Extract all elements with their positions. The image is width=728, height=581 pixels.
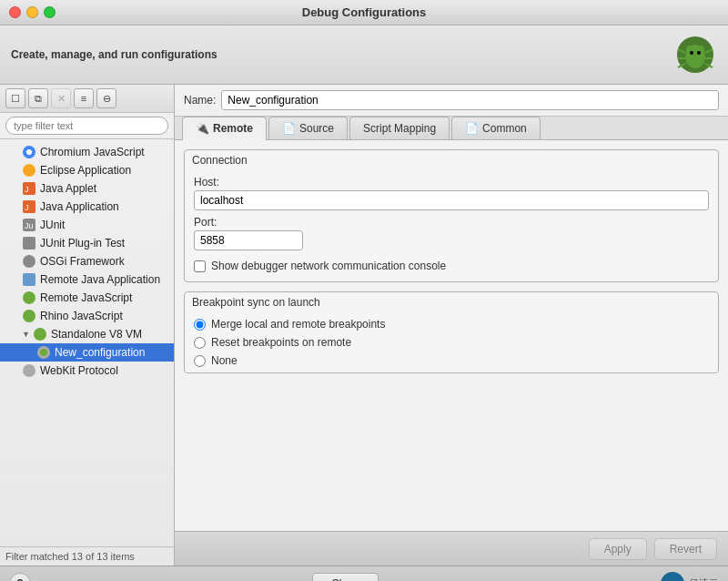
filter-status: Filter matched 13 of 13 items — [0, 546, 174, 566]
brand-text: 亿速云 — [689, 576, 719, 581]
svg-point-13 — [26, 149, 32, 155]
header: Create, manage, and run configurations — [0, 25, 728, 85]
remote-icon: 🔌 — [196, 122, 209, 135]
close-window-button[interactable] — [9, 6, 21, 18]
tree-list: Chromium JavaScript Eclipse Application … — [0, 139, 174, 546]
help-button[interactable]: ? — [9, 573, 31, 582]
osgi-icon — [22, 254, 36, 269]
junit-icon: Ju — [22, 218, 36, 232]
common-icon: 📄 — [465, 122, 479, 135]
radio-reset-input[interactable] — [194, 337, 206, 349]
svg-point-26 — [34, 328, 46, 341]
duplicate-config-button[interactable]: ⧉ — [28, 88, 48, 108]
expand-arrow-v8: ▼ — [22, 330, 31, 339]
tree-item-v8[interactable]: ▼ Standalone V8 VM — [0, 325, 174, 343]
titlebar: Debug Configurations — [0, 0, 728, 25]
svg-point-10 — [690, 51, 693, 55]
show-debugger-checkbox[interactable] — [194, 260, 206, 272]
bottom-bar: Apply Revert — [175, 531, 728, 566]
svg-point-22 — [23, 255, 35, 268]
tree-item-rhino[interactable]: Rhino JavaScript — [0, 307, 174, 325]
svg-point-29 — [23, 364, 35, 377]
apply-button[interactable]: Apply — [589, 538, 647, 560]
tabs-bar: 🔌 Remote 📄 Source Script Mapping 📄 Commo… — [175, 117, 728, 140]
tree-item-chromium[interactable]: Chromium JavaScript — [0, 143, 174, 161]
brand-logo: 云 亿速云 — [660, 571, 719, 582]
java-app-icon: J — [22, 199, 36, 214]
v8-icon — [33, 327, 47, 341]
maximize-window-button[interactable] — [44, 6, 56, 18]
new-config-button[interactable]: ☐ — [5, 88, 25, 108]
connection-section: Connection Host: Port: Show debugger net… — [184, 149, 719, 282]
delete-config-button[interactable]: ✕ — [51, 88, 71, 108]
host-label: Host: — [194, 176, 709, 189]
breakpoint-sync-title: Breakpoint sync on launch — [185, 292, 718, 312]
config-name-input[interactable] — [221, 90, 719, 110]
radio-reset: Reset breakpoints on remote — [194, 336, 709, 349]
rhino-icon — [22, 309, 36, 323]
toolbar: ☐ ⧉ ✕ ≡ ⊖ — [0, 85, 174, 113]
svg-text:J: J — [25, 185, 29, 194]
remote-js-icon — [22, 290, 36, 305]
radio-merge: Merge local and remote breakpoints — [194, 318, 709, 331]
filter-button[interactable]: ≡ — [74, 88, 94, 108]
search-input[interactable] — [5, 117, 168, 135]
tree-item-new-config[interactable]: New_configuration — [0, 343, 174, 362]
svg-rect-23 — [23, 273, 35, 286]
show-debugger-label: Show debugger network communication cons… — [211, 260, 446, 272]
svg-text:J: J — [25, 203, 29, 212]
tree-item-remote-java[interactable]: Remote Java Application — [0, 270, 174, 289]
main-layout: ☐ ⧉ ✕ ≡ ⊖ Chromium JavaScript Eclipse Ap… — [0, 85, 728, 566]
tab-script-mapping[interactable]: Script Mapping — [349, 117, 450, 139]
traffic-lights[interactable] — [9, 6, 56, 18]
tab-content-remote: Connection Host: Port: Show debugger net… — [175, 140, 728, 531]
radio-none-input[interactable] — [194, 355, 206, 367]
new-config-icon — [36, 345, 51, 360]
minimize-window-button[interactable] — [26, 6, 38, 18]
right-panel: Name: 🔌 Remote 📄 Source Script Mapping 📄… — [175, 85, 728, 566]
tab-source[interactable]: 📄 Source — [268, 117, 348, 139]
tree-item-junit-plugin[interactable]: JUnit Plug-in Test — [0, 234, 174, 252]
port-label: Port: — [194, 216, 709, 229]
footer: ? Close 云 亿速云 — [0, 566, 728, 581]
show-debugger-row: Show debugger network communication cons… — [194, 260, 709, 272]
left-panel: ☐ ⧉ ✕ ≡ ⊖ Chromium JavaScript Eclipse Ap… — [0, 85, 175, 566]
brand-icon: 云 — [660, 571, 685, 582]
connection-section-body: Host: Port: Show debugger network commun… — [185, 170, 718, 281]
remote-java-icon — [22, 272, 36, 287]
radio-none: None — [194, 354, 709, 367]
tree-item-java-app[interactable]: J Java Application — [0, 198, 174, 216]
breakpoint-sync-section: Breakpoint sync on launch Merge local an… — [184, 291, 719, 373]
tree-item-junit[interactable]: Ju JUnit — [0, 216, 174, 234]
tree-item-java-applet[interactable]: J Java Applet — [0, 179, 174, 198]
connection-section-title: Connection — [185, 150, 718, 170]
svg-point-24 — [23, 291, 35, 304]
port-input[interactable] — [194, 230, 303, 250]
header-subtitle: Create, manage, and run configurations — [11, 48, 217, 61]
radio-group: Merge local and remote breakpoints Reset… — [185, 312, 718, 372]
collapse-all-button[interactable]: ⊖ — [96, 88, 116, 108]
svg-rect-21 — [23, 237, 35, 250]
tab-common[interactable]: 📄 Common — [451, 117, 541, 139]
tree-item-osgi[interactable]: OSGi Framework — [0, 252, 174, 270]
source-icon: 📄 — [282, 122, 296, 135]
revert-button[interactable]: Revert — [654, 538, 717, 560]
svg-point-11 — [697, 51, 701, 55]
radio-merge-input[interactable] — [194, 319, 206, 331]
svg-point-28 — [40, 349, 47, 356]
java-applet-icon: J — [22, 181, 36, 196]
close-button[interactable]: Close — [312, 573, 379, 582]
name-row: Name: — [175, 85, 728, 117]
junit-plugin-icon — [22, 236, 36, 250]
tree-item-remote-js[interactable]: Remote JavaScript — [0, 289, 174, 307]
eclipse-icon — [22, 163, 36, 178]
svg-point-25 — [23, 310, 35, 322]
tree-item-webkit[interactable]: WebKit Protocol — [0, 362, 174, 380]
name-label: Name: — [184, 94, 216, 107]
tree-item-eclipse[interactable]: Eclipse Application — [0, 161, 174, 179]
tab-remote[interactable]: 🔌 Remote — [182, 117, 267, 140]
svg-text:Ju: Ju — [25, 221, 34, 230]
window-title: Debug Configurations — [302, 5, 427, 19]
svg-point-14 — [23, 164, 35, 177]
host-input[interactable] — [194, 190, 709, 210]
